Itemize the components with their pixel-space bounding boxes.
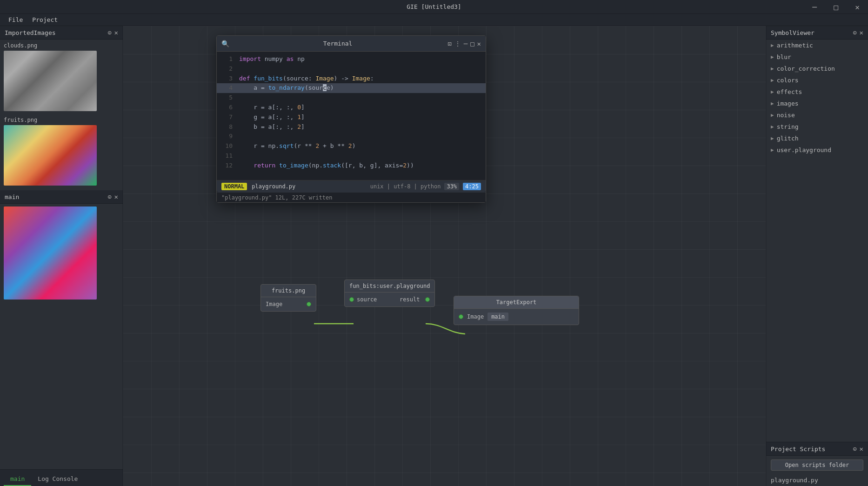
main-section-icons: ⊙ ✕ <box>107 193 118 200</box>
node-fruits[interactable]: fruits.png Image <box>260 284 316 312</box>
symbol-viewer-header: SymbolViewer ⊙ ✕ <box>766 26 868 40</box>
tab-main[interactable]: main <box>4 473 31 486</box>
code-line-7: 7 g = a[:, :, 1] <box>217 113 486 122</box>
titlebar: GIE [Untitled3] ─ □ ✕ <box>0 0 868 14</box>
status-encoding: unix | utf-8 | python <box>370 183 441 190</box>
code-line-5: 5 <box>217 93 486 103</box>
main-section-label: main <box>5 193 19 200</box>
terminal-close-icon[interactable]: ✕ <box>477 40 481 47</box>
node-target-value: main <box>487 313 508 321</box>
node-target-header: TargetExport <box>454 296 579 309</box>
pin-panel-icon[interactable]: ⊙ <box>107 29 111 36</box>
canvas-area[interactable]: 🔍 Terminal ⊡ ⋮ ─ □ ✕ 1 import numpy as n… <box>123 26 766 486</box>
arrow-blur: ▶ <box>771 54 774 60</box>
left-panel: ImportedImages ⊙ ✕ clouds.png fruits.png <box>0 26 123 486</box>
terminal-header: 🔍 Terminal ⊡ ⋮ ─ □ ✕ <box>217 36 486 52</box>
close-main-icon[interactable]: ✕ <box>114 193 118 200</box>
image-entry-clouds: clouds.png <box>0 40 123 114</box>
symbol-label-noise: noise <box>777 112 795 119</box>
window-title: GIE [Untitled3] <box>407 3 461 10</box>
open-folder-button[interactable]: Open scripts folder <box>771 459 863 471</box>
arrow-color-correction: ▶ <box>771 66 774 72</box>
node-fun-bits[interactable]: fun_bits:user.playground source result <box>344 280 435 307</box>
code-line-2: 2 <box>217 64 486 74</box>
symbol-item-effects[interactable]: ▶ effects <box>766 86 868 98</box>
image-entry-fruits: fruits.png <box>0 114 123 188</box>
arrow-images: ▶ <box>771 100 774 107</box>
arrow-user-playground: ▶ <box>771 147 774 153</box>
symbol-item-string[interactable]: ▶ string <box>766 121 868 133</box>
symbol-item-user-playground[interactable]: ▶ user.playground <box>766 144 868 156</box>
status-right: unix | utf-8 | python 33% 4:25 <box>370 183 481 190</box>
project-scripts-panel: Project Scripts ⊙ ✕ Open scripts folder … <box>766 442 868 486</box>
colorful-thumbnail[interactable] <box>4 206 97 300</box>
menu-project[interactable]: Project <box>27 15 62 24</box>
arrow-glitch: ▶ <box>771 135 774 141</box>
node-target-input-label: Image <box>467 313 484 320</box>
menubar: File Project <box>0 14 868 26</box>
arrow-effects: ▶ <box>771 89 774 95</box>
pin-main-icon[interactable]: ⊙ <box>107 193 111 200</box>
node-target-body: Image main <box>454 309 579 325</box>
code-line-10: 10 r = np.sqrt(r ** 2 + b ** 2) <box>217 141 486 151</box>
terminal-window: 🔍 Terminal ⊡ ⋮ ─ □ ✕ 1 import numpy as n… <box>216 35 486 203</box>
node-fruits-header: fruits.png <box>261 285 316 297</box>
maximize-button[interactable]: □ <box>825 0 847 14</box>
close-button[interactable]: ✕ <box>847 0 868 14</box>
terminal-statusbar: NORMAL playground.py unix | utf-8 | pyth… <box>217 180 486 192</box>
menu-file[interactable]: File <box>4 15 27 24</box>
symbol-item-color-correction[interactable]: ▶ color_correction <box>766 63 868 74</box>
code-line-8: 8 b = a[:, :, 2] <box>217 122 486 132</box>
imported-images-title: ImportedImages <box>5 29 56 36</box>
panel-header-icons: ⊙ ✕ <box>107 29 118 36</box>
terminal-message: "playground.py" 12L, 227C written <box>217 192 486 202</box>
project-scripts-title: Project Scripts <box>771 446 825 453</box>
symbol-label-user-playground: user.playground <box>777 146 831 153</box>
project-scripts-icons: ⊙ ✕ <box>853 445 863 453</box>
close-scripts-icon[interactable]: ✕ <box>860 445 863 453</box>
symbol-label-effects: effects <box>777 88 802 95</box>
terminal-body: 1 import numpy as np 2 3 def fun_bits(so… <box>217 52 486 180</box>
close-symbol-icon[interactable]: ✕ <box>860 29 863 36</box>
pin-scripts-icon[interactable]: ⊙ <box>853 445 856 453</box>
terminal-minimize-icon[interactable]: ─ <box>464 40 467 47</box>
clouds-thumbnail[interactable] <box>4 51 97 111</box>
code-line-11: 11 <box>217 151 486 161</box>
terminal-expand-icon[interactable]: □ <box>470 40 474 47</box>
symbol-item-arithmetic[interactable]: ▶ arithmetic <box>766 40 868 51</box>
node-fun-bits-header: fun_bits:user.playground <box>345 280 434 293</box>
node-target[interactable]: TargetExport Image main <box>454 296 579 325</box>
fun-bits-input-port[interactable] <box>349 297 354 302</box>
open-folder-container: Open scripts folder <box>766 456 868 474</box>
symbol-item-blur[interactable]: ▶ blur <box>766 51 868 63</box>
symbol-label-string: string <box>777 123 799 130</box>
close-panel-icon[interactable]: ✕ <box>114 29 118 36</box>
status-position: 4:25 <box>463 183 481 190</box>
symbol-item-colors[interactable]: ▶ colors <box>766 74 868 86</box>
symbol-label-arithmetic: arithmetic <box>777 42 813 49</box>
imported-images-panel: clouds.png fruits.png main ⊙ ✕ <box>0 40 123 469</box>
symbol-item-images[interactable]: ▶ images <box>766 98 868 109</box>
code-line-4: 4 a = to_ndarray(source) <box>217 83 486 93</box>
fun-bits-output-port[interactable] <box>425 297 430 302</box>
fruits-output-port[interactable] <box>307 302 311 306</box>
target-input-port[interactable] <box>459 314 463 319</box>
terminal-search-icon[interactable]: 🔍 <box>221 40 231 47</box>
terminal-screenshot-icon[interactable]: ⊡ <box>447 40 451 47</box>
terminal-message-text: "playground.py" 12L, 227C written <box>221 194 332 201</box>
symbol-label-glitch: glitch <box>777 135 799 142</box>
symbol-label-color-correction: color_correction <box>777 65 835 72</box>
terminal-more-icon[interactable]: ⋮ <box>454 40 461 47</box>
node-fun-bits-source: source <box>357 296 377 303</box>
symbol-item-noise[interactable]: ▶ noise <box>766 109 868 121</box>
fruits-thumbnail[interactable] <box>4 125 97 186</box>
arrow-arithmetic: ▶ <box>771 42 774 48</box>
minimize-button[interactable]: ─ <box>804 0 825 14</box>
symbol-item-glitch[interactable]: ▶ glitch <box>766 133 868 144</box>
status-filename: playground.py <box>252 183 295 190</box>
pin-symbol-icon[interactable]: ⊙ <box>853 29 856 36</box>
tab-log-console[interactable]: Log Console <box>31 473 84 486</box>
status-percent: 33% <box>444 183 459 190</box>
symbol-viewer-icons: ⊙ ✕ <box>853 29 863 36</box>
script-file-playground[interactable]: playground.py <box>766 474 868 486</box>
